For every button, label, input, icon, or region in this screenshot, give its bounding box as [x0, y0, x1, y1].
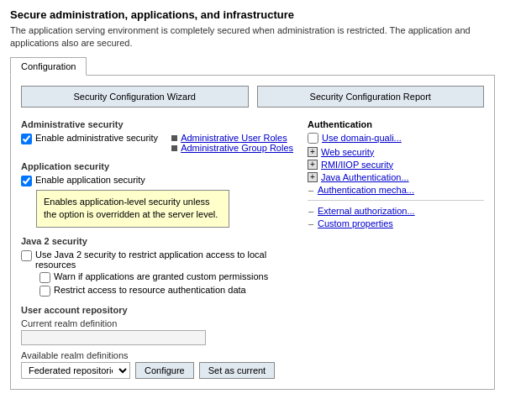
enable-app-security-checkbox[interactable]: [21, 176, 32, 186]
page-description: The application serving environment is c…: [10, 24, 495, 50]
admin-security-label: Administrative security: [21, 119, 294, 129]
configure-button[interactable]: Configure: [135, 362, 194, 379]
tab-configuration[interactable]: Configuration: [10, 57, 87, 76]
separator: [308, 200, 484, 201]
enable-app-security-label: Enable application security: [35, 175, 145, 185]
app-security-section: Application security Enable application …: [21, 161, 294, 228]
security-configuration-wizard-button[interactable]: Security Configuration Wizard: [21, 86, 249, 108]
admin-user-roles-link[interactable]: Administrative User Roles: [181, 133, 287, 143]
use-domain-checkbox[interactable]: [308, 133, 318, 144]
custom-props-link[interactable]: Custom properties: [318, 218, 393, 228]
authentication-section-label: Authentication: [308, 119, 484, 129]
tab-bar: Configuration: [10, 57, 495, 76]
web-security-link[interactable]: Web security: [321, 147, 374, 157]
ext-auth-row: – External authorization...: [308, 206, 484, 216]
custom-props-row: – Custom properties: [308, 218, 484, 228]
rmi-security-link[interactable]: RMI/IIOP security: [321, 160, 393, 170]
ext-auth-bullet: –: [308, 206, 314, 216]
available-realm-label: Available realm definitions: [21, 350, 294, 360]
available-realm-dropdown[interactable]: Federated repositories Local OS LDAP use…: [21, 362, 130, 379]
java2-main-label: Use Java 2 security to restrict applicat…: [35, 249, 294, 270]
left-column: Administrative security Enable administr…: [21, 119, 294, 379]
user-account-section: User account repository Current realm de…: [21, 305, 294, 379]
tab-content: Security Configuration Wizard Security C…: [10, 76, 495, 390]
admin-security-section: Administrative security Enable administr…: [21, 119, 294, 153]
bullet-icon-2: [171, 145, 177, 151]
java2-warn-row: Warn if applications are granted custom …: [39, 271, 294, 283]
java2-warn-checkbox[interactable]: [39, 272, 50, 283]
java-auth-expand-icon[interactable]: +: [308, 172, 318, 182]
java2-restrict-label: Restrict access to resource authenticati…: [54, 285, 246, 295]
auth-mech-row: – Authentication mecha...: [308, 185, 484, 195]
main-content: Administrative security Enable administr…: [21, 119, 484, 379]
ext-auth-link[interactable]: External authorization...: [318, 206, 415, 216]
use-domain-row: Use domain-quali...: [308, 133, 484, 144]
java2-warn-label: Warn if applications are granted custom …: [54, 271, 268, 281]
rmi-security-row: + RMI/IIOP security: [308, 160, 484, 170]
java2-security-label: Java 2 security: [21, 236, 294, 246]
java2-restrict-row: Restrict access to resource authenticati…: [39, 285, 294, 297]
available-realm-row: Federated repositories Local OS LDAP use…: [21, 362, 294, 379]
set-as-current-button[interactable]: Set as current: [199, 362, 275, 379]
current-realm-label: Current realm definition: [21, 318, 294, 328]
web-security-expand-icon[interactable]: +: [308, 147, 318, 157]
custom-props-bullet: –: [308, 218, 314, 228]
java2-restrict-checkbox[interactable]: [39, 286, 50, 297]
page-container: Secure administration, applications, and…: [0, 0, 505, 398]
web-security-row: + Web security: [308, 147, 484, 157]
page-title: Secure administration, applications, and…: [10, 8, 495, 21]
enable-admin-security-label: Enable administrative security: [35, 133, 158, 143]
java2-sub-options: Warn if applications are granted custom …: [39, 271, 294, 297]
java-auth-row: + Java Authentication...: [308, 172, 484, 182]
admin-group-roles-row: Administrative Group Roles: [171, 143, 293, 153]
security-configuration-report-button[interactable]: Security Configuration Report: [257, 86, 485, 108]
app-security-tooltip: Enables application-level security unles…: [36, 190, 229, 228]
rmi-security-expand-icon[interactable]: +: [308, 160, 318, 170]
java2-main-checkbox[interactable]: [21, 250, 32, 261]
java-auth-link[interactable]: Java Authentication...: [321, 172, 409, 182]
java2-security-section: Java 2 security Use Java 2 security to r…: [21, 236, 294, 297]
app-security-label: Application security: [21, 161, 294, 171]
right-column: Authentication Use domain-quali... + Web…: [308, 119, 484, 379]
admin-user-roles-row: Administrative User Roles: [171, 133, 293, 143]
java2-main-row: Use Java 2 security to restrict applicat…: [21, 249, 294, 270]
auth-mech-link[interactable]: Authentication mecha...: [318, 185, 414, 195]
admin-group-roles-link[interactable]: Administrative Group Roles: [181, 143, 293, 153]
auth-mech-bullet: –: [308, 185, 314, 195]
current-realm-input[interactable]: Federated repositories: [21, 330, 206, 345]
use-domain-link[interactable]: Use domain-quali...: [322, 133, 402, 143]
bullet-icon-1: [171, 135, 177, 141]
user-account-label: User account repository: [21, 305, 294, 315]
enable-app-security-row: Enable application security: [21, 175, 294, 186]
wizard-buttons-row: Security Configuration Wizard Security C…: [21, 86, 484, 108]
enable-admin-security-checkbox[interactable]: [21, 134, 32, 144]
enable-admin-security-row: Enable administrative security: [21, 133, 158, 144]
